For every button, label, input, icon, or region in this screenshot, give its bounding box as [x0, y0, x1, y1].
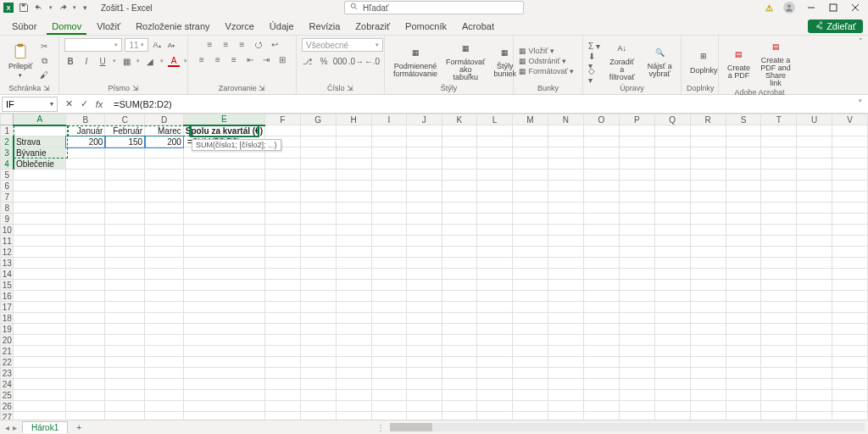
undo-icon[interactable]: [34, 3, 44, 13]
cell-K27[interactable]: [442, 412, 477, 420]
cell-H17[interactable]: [336, 302, 371, 313]
cell-D8[interactable]: [145, 203, 184, 214]
cell-R21[interactable]: [690, 346, 726, 357]
cell-H12[interactable]: [336, 247, 371, 258]
copy-icon[interactable]: ⧉: [38, 55, 50, 67]
cell-D25[interactable]: [145, 390, 184, 401]
cell-E19[interactable]: [183, 324, 264, 335]
cell-I13[interactable]: [371, 258, 406, 269]
col-header-P[interactable]: P: [619, 114, 654, 125]
cell-H6[interactable]: [336, 181, 371, 192]
cell-P23[interactable]: [619, 368, 654, 379]
cell-A20[interactable]: [14, 335, 66, 346]
cell-H23[interactable]: [336, 368, 371, 379]
cell-U21[interactable]: [797, 346, 832, 357]
cell-H13[interactable]: [336, 258, 371, 269]
cell-C15[interactable]: [105, 280, 145, 291]
cell-F14[interactable]: [264, 269, 300, 280]
cell-M13[interactable]: [512, 258, 548, 269]
cell-C17[interactable]: [105, 302, 145, 313]
cell-E25[interactable]: [183, 390, 264, 401]
cell-T26[interactable]: [761, 401, 797, 412]
format-cells-button[interactable]: ▦ Formátovať ▾: [519, 67, 574, 75]
cell-G27[interactable]: [300, 412, 336, 420]
cell-C11[interactable]: [105, 236, 145, 247]
formula-input[interactable]: =SUM(B2:D2): [110, 99, 853, 109]
cell-L20[interactable]: [477, 335, 513, 346]
cell-Q11[interactable]: [654, 236, 690, 247]
cell-H9[interactable]: [336, 214, 371, 225]
cell-M17[interactable]: [512, 302, 548, 313]
col-header-K[interactable]: K: [442, 114, 477, 125]
align-right-icon[interactable]: ≡: [228, 53, 240, 65]
cell-A23[interactable]: [14, 368, 66, 379]
decrease-decimal-icon[interactable]: ←.0: [366, 55, 378, 67]
cell-L8[interactable]: [477, 203, 513, 214]
row-header-23[interactable]: 23: [1, 368, 14, 379]
cell-L3[interactable]: [477, 147, 513, 159]
cell-J5[interactable]: [406, 170, 442, 181]
cell-U27[interactable]: [797, 412, 832, 420]
cell-F16[interactable]: [264, 291, 300, 302]
cell-Q15[interactable]: [654, 280, 690, 291]
tab-vzorce[interactable]: Vzorce: [219, 18, 261, 35]
cell-U26[interactable]: [797, 401, 832, 412]
cell-F17[interactable]: [264, 302, 300, 313]
cell-Q19[interactable]: [654, 324, 690, 335]
cell-E12[interactable]: [183, 247, 264, 258]
cell-P19[interactable]: [619, 324, 654, 335]
cell-A18[interactable]: [14, 313, 66, 324]
cell-I9[interactable]: [371, 214, 406, 225]
cell-P16[interactable]: [619, 291, 654, 302]
cell-E20[interactable]: [183, 335, 264, 346]
cell-J17[interactable]: [406, 302, 442, 313]
row-header-10[interactable]: 10: [1, 225, 14, 236]
cell-E14[interactable]: [183, 269, 264, 280]
cell-H1[interactable]: [336, 125, 371, 136]
cell-P27[interactable]: [619, 412, 654, 420]
cell-K9[interactable]: [442, 214, 477, 225]
horizontal-scrollbar[interactable]: [390, 423, 865, 431]
cell-D18[interactable]: [145, 313, 184, 324]
cell-N7[interactable]: [548, 192, 584, 203]
cell-J7[interactable]: [406, 192, 442, 203]
cell-N16[interactable]: [548, 291, 584, 302]
cell-O24[interactable]: [583, 379, 619, 390]
cell-K23[interactable]: [442, 368, 477, 379]
cell-L11[interactable]: [477, 236, 513, 247]
cell-C27[interactable]: [105, 412, 145, 420]
cell-V9[interactable]: [832, 214, 868, 225]
cell-C14[interactable]: [105, 269, 145, 280]
cell-Q27[interactable]: [654, 412, 690, 420]
cell-T15[interactable]: [761, 280, 797, 291]
cell-M14[interactable]: [512, 269, 548, 280]
cell-C10[interactable]: [105, 225, 145, 236]
tab-udaje[interactable]: Údaje: [263, 18, 301, 35]
increase-decimal-icon[interactable]: .0→: [350, 55, 362, 67]
cell-D11[interactable]: [145, 236, 184, 247]
row-header-26[interactable]: 26: [1, 401, 14, 412]
cell-Q25[interactable]: [654, 390, 690, 401]
cell-T24[interactable]: [761, 379, 797, 390]
cell-A16[interactable]: [14, 291, 66, 302]
cell-A27[interactable]: [14, 412, 66, 420]
cell-D1[interactable]: Marec: [145, 125, 184, 136]
cell-K16[interactable]: [442, 291, 477, 302]
cell-M7[interactable]: [512, 192, 548, 203]
cell-A5[interactable]: [14, 170, 66, 181]
dialog-launcher-icon[interactable]: ⇲: [132, 84, 139, 92]
row-header-22[interactable]: 22: [1, 357, 14, 368]
cell-I3[interactable]: [371, 147, 406, 159]
cell-O27[interactable]: [583, 412, 619, 420]
cell-N3[interactable]: [548, 147, 584, 159]
cell-T9[interactable]: [761, 214, 797, 225]
cell-V18[interactable]: [832, 313, 868, 324]
align-left-icon[interactable]: ≡: [196, 53, 208, 65]
cell-K10[interactable]: [442, 225, 477, 236]
cell-S16[interactable]: [726, 291, 761, 302]
cell-P11[interactable]: [619, 236, 654, 247]
cell-R27[interactable]: [690, 412, 726, 420]
cell-N2[interactable]: [548, 136, 584, 147]
cell-O12[interactable]: [583, 247, 619, 258]
row-header-2[interactable]: 2: [1, 136, 14, 147]
